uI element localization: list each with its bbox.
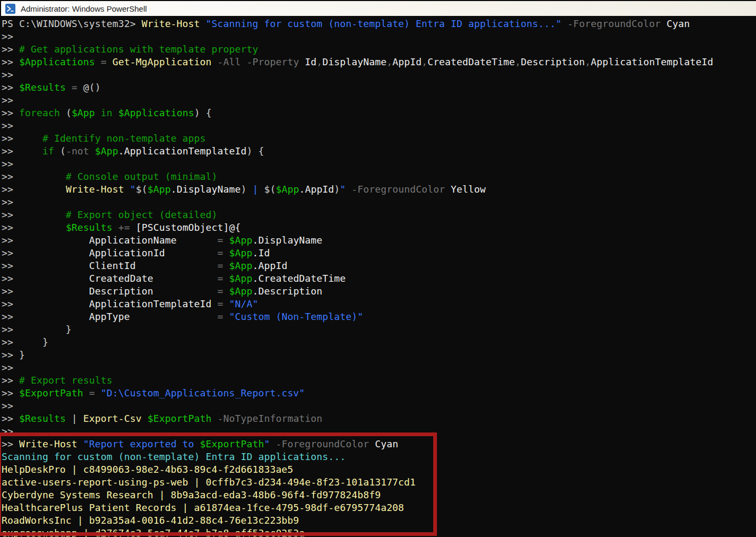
terminal-line: >> } bbox=[2, 349, 756, 361]
terminal-line: RoadWorksInc | b92a35a4-0016-41d2-88c4-7… bbox=[2, 514, 756, 527]
terminal-line: >> bbox=[2, 94, 756, 107]
terminal-line: Cyberdyne Systems Research | 8b9a3acd-ed… bbox=[2, 489, 756, 501]
terminal-line: >> CreatedDate = $App.CreatedDateTime bbox=[2, 272, 756, 285]
terminal-line: >> bbox=[2, 400, 756, 412]
title-bar: Administrator: Windows PowerShell bbox=[0, 0, 756, 16]
terminal-line: >> foreach ($App in $Applications) { bbox=[2, 107, 756, 119]
terminal-line: >> # Identify non-template apps bbox=[2, 132, 756, 145]
terminal-line: >> bbox=[2, 119, 756, 132]
terminal-line: >> if (-not $App.ApplicationTemplateId) … bbox=[2, 145, 756, 158]
terminal-line: >> $Results += [PSCustomObject]@{ bbox=[2, 221, 756, 234]
window-title: Administrator: Windows PowerShell bbox=[21, 4, 147, 13]
terminal-line: >> ClientId = $App.AppId bbox=[2, 259, 756, 272]
terminal-line: >> ApplicationTemplateId = "N/A" bbox=[2, 298, 756, 310]
terminal-line: >> bbox=[2, 425, 756, 438]
terminal-line: Scanning for custom (non-template) Entra… bbox=[2, 451, 756, 463]
terminal-line: >> Write-Host "$($App.DisplayName) | $($… bbox=[2, 183, 756, 196]
terminal-line: >> # Export object (detailed) bbox=[2, 209, 756, 221]
terminal-line: >> } bbox=[2, 323, 756, 336]
terminal-line: >> # Console output (minimal) bbox=[2, 170, 756, 183]
terminal-line: >> bbox=[2, 158, 756, 170]
terminal-line: expresswebapp | d27674e3-5ca7-44e7-b7a8-… bbox=[2, 527, 756, 537]
powershell-icon bbox=[5, 4, 15, 14]
terminal-line: >> bbox=[2, 361, 756, 374]
terminal-line: >> bbox=[2, 196, 756, 209]
terminal-line: >> ApplicationName = $App.DisplayName bbox=[2, 234, 756, 247]
terminal-line: >> bbox=[2, 30, 756, 43]
terminal-line: >> } bbox=[2, 336, 756, 349]
terminal-line: >> AppType = "Custom (Non-Template)" bbox=[2, 310, 756, 323]
terminal-line: >> $Results = @() bbox=[2, 81, 756, 94]
terminal-line: PS C:\WINDOWS\system32> Write-Host "Scan… bbox=[2, 18, 756, 30]
terminal-line: active-users-report-using-ps-web | 0cffb… bbox=[2, 476, 756, 489]
terminal-line: HelpDeskPro | c8499063-98e2-4b63-89c4-f2… bbox=[2, 463, 756, 476]
terminal-line: >> $Applications = Get-MgApplication -Al… bbox=[2, 56, 756, 68]
terminal-line: >> bbox=[2, 68, 756, 81]
terminal-line: >> # Export results bbox=[2, 374, 756, 387]
terminal-line: >> $Results | Export-Csv $ExportPath -No… bbox=[2, 412, 756, 425]
terminal-line: >> $ExportPath = "D:\Custom_Applications… bbox=[2, 387, 756, 400]
terminal-line: HealthcarePlus Patient Records | a61874e… bbox=[2, 501, 756, 514]
terminal-line: >> ApplicationId = $App.Id bbox=[2, 247, 756, 259]
terminal-line: >> Write-Host "Report exported to $Expor… bbox=[2, 438, 756, 451]
terminal-output[interactable]: PS C:\WINDOWS\system32> Write-Host "Scan… bbox=[0, 16, 756, 537]
terminal-line: >> # Get applications with template prop… bbox=[2, 43, 756, 56]
terminal-line: >> Description = $App.Description bbox=[2, 285, 756, 298]
